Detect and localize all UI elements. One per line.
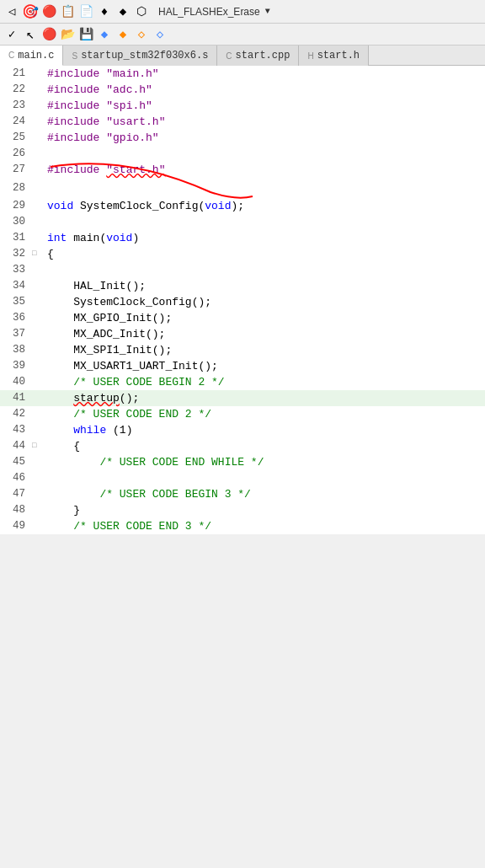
tab-main-c-label: main.c	[18, 50, 54, 62]
shape4-icon[interactable]: ◇	[152, 26, 168, 43]
line-content-22: #include "adc.h"	[44, 82, 152, 98]
line-27: 27 #include "start.h"	[0, 162, 485, 178]
line-num-37: 37	[0, 326, 32, 342]
line-38: 38 MX_SPI1_Init();	[0, 342, 485, 358]
cursor-icon[interactable]: ↖	[22, 26, 39, 43]
line-43: 43 while (1)	[0, 422, 485, 438]
dropdown-icon[interactable]: ▼	[265, 7, 270, 16]
line-content-25: #include "gpio.h"	[44, 130, 159, 146]
shape1-icon[interactable]: ◆	[96, 26, 113, 43]
line-content-23: #include "spi.h"	[44, 98, 152, 114]
back-icon[interactable]: ◁	[3, 3, 20, 20]
check-icon[interactable]: ✓	[3, 26, 20, 43]
shape2-icon[interactable]: ◆	[115, 26, 131, 43]
tab-start-h-label: start.h	[317, 50, 360, 62]
diamond1-icon[interactable]: ♦	[96, 3, 113, 20]
editor[interactable]: 21 #include "main.h" 22 #include "adc.h"…	[0, 66, 485, 534]
line-content-24: #include "usart.h"	[44, 114, 165, 130]
line-num-35: 35	[0, 294, 32, 310]
paste-icon[interactable]: 📄	[77, 3, 94, 20]
line-num-32: 32	[0, 246, 32, 262]
line-num-27: 27	[0, 162, 32, 178]
line-num-33: 33	[0, 262, 32, 278]
tab-start-cpp-icon: C	[226, 51, 232, 61]
line-45: 45 /* USER CODE END WHILE */	[0, 454, 485, 470]
line-num-34: 34	[0, 278, 32, 294]
line-28: 28	[0, 178, 485, 198]
line-num-48: 48	[0, 502, 32, 518]
line-content-36: MX_GPIO_Init();	[44, 310, 172, 326]
red-dot-icon[interactable]: 🔴	[40, 3, 57, 20]
tab-start-cpp[interactable]: C start.cpp	[217, 46, 299, 66]
line-content-44: {	[44, 438, 80, 454]
line-num-24: 24	[0, 114, 32, 130]
line-num-21: 21	[0, 66, 32, 82]
line-25: 25 #include "gpio.h"	[0, 130, 485, 146]
line-26: 26	[0, 146, 485, 162]
line-num-25: 25	[0, 130, 32, 146]
shape3-icon[interactable]: ◇	[133, 26, 150, 43]
tab-main-c-icon: C	[8, 51, 14, 60]
line-num-22: 22	[0, 82, 32, 98]
toolbar-top: ◁ 🎯 🔴 📋 📄 ♦ ◆ ⬡ HAL_FLASHEx_Erase ▼	[0, 0, 485, 24]
tab-startup[interactable]: S startup_stm32f030x6.s	[63, 46, 217, 66]
tab-main-c[interactable]: C main.c	[0, 46, 63, 66]
line-num-28: 28	[0, 180, 32, 196]
line-44: 44 □ {	[0, 438, 485, 454]
diamond2-icon[interactable]: ◆	[115, 3, 131, 20]
diamond3-icon[interactable]: ⬡	[133, 3, 150, 20]
line-23: 23 #include "spi.h"	[0, 98, 485, 114]
tabs-bar: C main.c S startup_stm32f030x6.s C start…	[0, 46, 485, 66]
tab-startup-icon: S	[72, 51, 77, 61]
tools2-icon[interactable]: 📂	[59, 26, 76, 43]
line-content-39: MX_USART1_UART_Init();	[44, 358, 218, 374]
line-37: 37 MX_ADC_Init();	[0, 326, 485, 342]
line-num-42: 42	[0, 406, 32, 422]
line-33: 33	[0, 262, 485, 278]
tab-start-h[interactable]: H start.h	[299, 46, 369, 66]
tools3-icon[interactable]: 💾	[77, 26, 94, 43]
tools1-icon[interactable]: 🔴	[40, 26, 57, 43]
line-content-49: /* USER CODE END 3 */	[44, 518, 211, 534]
line-content-35: SystemClock_Config();	[44, 294, 211, 310]
line-num-26: 26	[0, 146, 32, 162]
line-content-31: int main(void)	[44, 230, 139, 246]
line-49: 49 /* USER CODE END 3 */	[0, 518, 485, 534]
line-content-48: }	[44, 502, 80, 518]
toolbar-second: ✓ ↖ 🔴 📂 💾 ◆ ◆ ◇ ◇	[0, 24, 485, 46]
tab-startup-label: startup_stm32f030x6.s	[81, 50, 208, 62]
line-num-44: 44	[0, 438, 32, 454]
line-collapse-32[interactable]: □	[32, 246, 44, 262]
line-46: 46	[0, 470, 485, 486]
line-num-38: 38	[0, 342, 32, 358]
line-content-27: #include "start.h"	[44, 162, 165, 178]
line-content-38: MX_SPI1_Init();	[44, 342, 172, 358]
line-30: 30	[0, 214, 485, 230]
line-content-40: /* USER CODE BEGIN 2 */	[44, 374, 225, 390]
line-num-31: 31	[0, 230, 32, 246]
line-content-41: startup();	[44, 390, 139, 406]
toolbar-top-icons: ◁ 🎯 🔴 📋 📄 ♦ ◆ ⬡ HAL_FLASHEx_Erase ▼	[3, 3, 270, 20]
line-num-43: 43	[0, 422, 32, 438]
line-31: 31 int main(void)	[0, 230, 485, 246]
line-num-41: 41	[0, 390, 32, 406]
line-content-37: MX_ADC_Init();	[44, 326, 165, 342]
copy-icon[interactable]: 📋	[59, 3, 76, 20]
line-content-29: void SystemClock_Config(void);	[44, 198, 244, 214]
line-content-21: #include "main.h"	[44, 66, 159, 82]
line-34: 34 HAL_Init();	[0, 278, 485, 294]
line-num-29: 29	[0, 198, 32, 214]
line-content-47: /* USER CODE BEGIN 3 */	[44, 486, 251, 502]
line-collapse-44[interactable]: □	[32, 438, 44, 454]
target-icon[interactable]: 🎯	[22, 3, 39, 20]
line-48: 48 }	[0, 502, 485, 518]
line-content-45: /* USER CODE END WHILE */	[44, 454, 264, 470]
line-39: 39 MX_USART1_UART_Init();	[0, 358, 485, 374]
line-num-45: 45	[0, 454, 32, 470]
line-47: 47 /* USER CODE BEGIN 3 */	[0, 486, 485, 502]
line-41: 41 startup();	[0, 390, 485, 406]
line-21: 21 #include "main.h"	[0, 66, 485, 82]
line-num-36: 36	[0, 310, 32, 326]
line-num-40: 40	[0, 374, 32, 390]
line-content-32: {	[44, 246, 54, 262]
